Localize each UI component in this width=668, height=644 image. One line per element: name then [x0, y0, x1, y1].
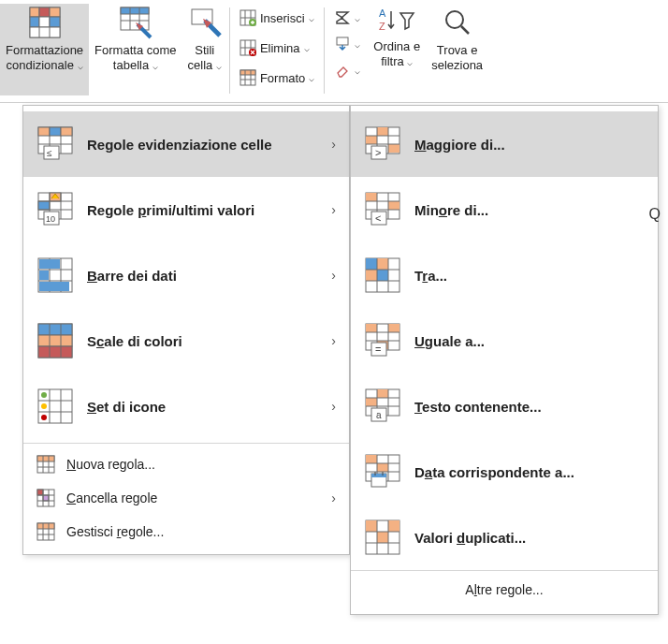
svg-rect-11 — [121, 7, 149, 14]
color-scales-label: Scale di colori — [87, 333, 331, 349]
svg-point-72 — [41, 392, 47, 398]
svg-text:A: A — [379, 7, 386, 19]
insert-icon — [240, 9, 256, 26]
svg-rect-93 — [377, 127, 388, 136]
svg-rect-94 — [366, 136, 377, 144]
format-as-table-button[interactable]: Formatta come tabella ⌵ — [89, 4, 182, 95]
svg-text:≤: ≤ — [47, 148, 52, 158]
svg-rect-88 — [37, 523, 54, 529]
greater-than-icon: > — [364, 125, 401, 163]
svg-rect-147 — [371, 474, 386, 477]
svg-rect-64 — [38, 346, 72, 358]
format-as-table-icon — [119, 6, 152, 39]
submenu-arrow-icon: › — [331, 399, 336, 414]
icon-sets-icon — [36, 388, 74, 425]
svg-point-74 — [41, 415, 47, 420]
color-scales-item[interactable]: Scale di colori › — [23, 308, 349, 373]
new-rule-item[interactable]: Nuova regola... — [23, 447, 349, 481]
separator — [229, 7, 230, 94]
data-bars-icon — [36, 256, 74, 294]
separator — [324, 7, 325, 94]
svg-rect-82 — [43, 495, 49, 501]
chevron-down-icon: ⌵ — [152, 61, 158, 71]
svg-rect-141 — [377, 463, 388, 472]
svg-rect-27 — [240, 70, 255, 75]
svg-rect-5 — [39, 17, 50, 27]
svg-point-73 — [41, 403, 47, 409]
ribbon: Formattazione condizionale ⌵ Formatta co… — [0, 0, 668, 103]
conditional-formatting-menu: ≤ Regole evidenziazione celle › 10 Regol… — [22, 105, 350, 555]
svg-rect-103 — [366, 193, 377, 201]
sigma-icon — [334, 9, 351, 26]
svg-rect-151 — [366, 520, 377, 532]
find-select-button[interactable]: Trova e seleziona — [426, 4, 483, 95]
submenu-arrow-icon: › — [331, 202, 336, 217]
greater-than-label: Maggiore di... — [414, 137, 645, 153]
sort-icon: AZ — [378, 6, 397, 36]
format-label: Formato — [260, 71, 305, 85]
clear-button[interactable]: ⌵ — [332, 60, 362, 80]
conditional-formatting-button[interactable]: Formattazione condizionale ⌵ — [0, 4, 89, 95]
submenu-arrow-icon: › — [331, 490, 336, 505]
highlight-label: Regole evidenziazione celle — [87, 137, 331, 153]
duplicate-values-item[interactable]: Valori duplicati... — [351, 505, 658, 570]
format-cells-button[interactable]: Formato ⌵ — [238, 66, 316, 90]
top-bottom-rules-item[interactable]: 10 Regole primi/ultimi valori › — [23, 177, 349, 242]
conditional-formatting-label1: Formattazione — [6, 43, 83, 58]
between-item[interactable]: Tra... — [351, 242, 658, 308]
autosum-button[interactable]: ⌵ — [332, 7, 362, 28]
icon-sets-item[interactable]: Set di icone › — [23, 373, 349, 439]
highlight-rules-submenu: > Maggiore di... < Minore di... Tra... =… — [350, 105, 659, 615]
svg-rect-104 — [388, 201, 399, 210]
find-label1: Trova e — [437, 43, 478, 58]
chevron-down-icon: ⌵ — [304, 43, 310, 53]
svg-rect-122 — [388, 324, 399, 332]
svg-rect-6 — [50, 17, 60, 27]
manage-rules-item[interactable]: Gestisci regole... — [23, 515, 349, 549]
clear-rules-icon — [36, 489, 55, 507]
sort-filter-button[interactable]: AZ Ordina e filtra ⌵ — [368, 4, 426, 95]
equal-to-icon: = — [364, 322, 401, 359]
magnifier-icon — [441, 6, 474, 39]
conditional-formatting-label2: condizionale ⌵ — [7, 58, 83, 73]
svg-rect-140 — [366, 455, 377, 463]
svg-text:Z: Z — [379, 21, 385, 32]
svg-rect-76 — [37, 456, 54, 461]
svg-text:10: 10 — [46, 214, 55, 224]
svg-rect-4 — [30, 17, 39, 27]
sort-filter-label1: Ordina e — [373, 39, 420, 54]
svg-rect-1 — [30, 7, 39, 17]
svg-rect-131 — [377, 389, 388, 398]
date-label: Data corrispondente a... — [414, 464, 645, 480]
svg-text:=: = — [375, 344, 381, 355]
text-contains-label: Testo contenente... — [414, 399, 645, 415]
insert-cells-button[interactable]: Inserisci ⌵ — [238, 6, 316, 30]
between-label: Tra... — [414, 268, 645, 284]
top-bottom-icon: 10 — [36, 191, 74, 228]
more-rules-item[interactable]: Altre regole... — [351, 570, 658, 608]
clear-rules-item[interactable]: Cancella regole › — [23, 481, 349, 515]
svg-text:a: a — [376, 410, 382, 420]
fill-button[interactable]: ⌵ — [332, 34, 362, 54]
less-than-icon: < — [364, 191, 401, 228]
delete-icon — [240, 39, 256, 56]
cell-styles-button[interactable]: Stili cella ⌵ — [182, 4, 227, 95]
svg-rect-58 — [39, 259, 60, 269]
equal-to-label: Uguale a... — [414, 333, 645, 349]
greater-than-item[interactable]: > Maggiore di... — [351, 111, 658, 177]
svg-rect-31 — [337, 37, 348, 45]
cells-group: Inserisci ⌵ Elimina ⌵ Formato ⌵ — [232, 4, 322, 92]
data-bars-item[interactable]: Barre dei dati › — [23, 242, 349, 308]
less-than-item[interactable]: < Minore di... — [351, 177, 658, 242]
icon-sets-label: Set di icone — [87, 399, 331, 415]
highlight-cells-rules-item[interactable]: ≤ Regole evidenziazione celle › — [23, 111, 349, 177]
svg-rect-60 — [39, 282, 69, 291]
duplicate-icon — [364, 519, 401, 556]
date-occurring-item[interactable]: Data corrispondente a... — [351, 439, 658, 505]
text-contains-item[interactable]: a Testo contenente... — [351, 373, 658, 439]
svg-rect-113 — [377, 258, 388, 270]
delete-cells-button[interactable]: Elimina ⌵ — [238, 36, 316, 60]
manage-rules-icon — [36, 522, 55, 541]
equal-to-item[interactable]: = Uguale a... — [351, 308, 658, 373]
more-rules-label: Altre regole... — [465, 582, 543, 597]
